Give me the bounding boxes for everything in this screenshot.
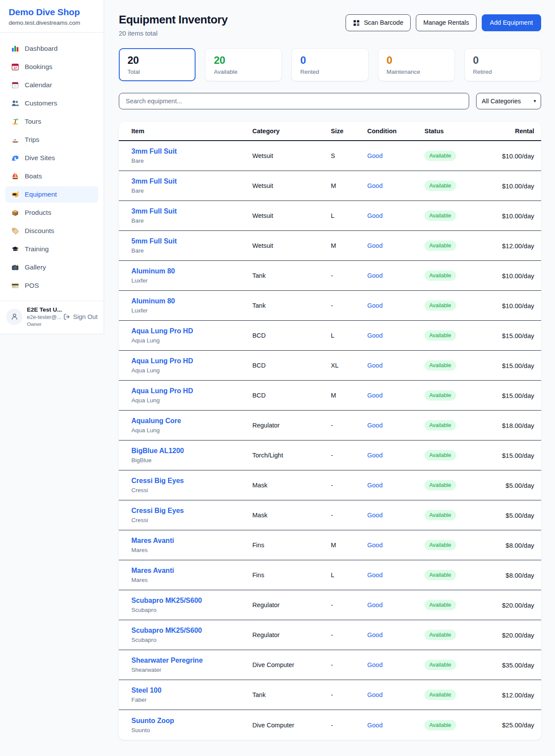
- item-link[interactable]: Cressi Big Eyes: [131, 507, 252, 515]
- item-link[interactable]: Cressi Big Eyes: [131, 477, 252, 485]
- sidebar-item[interactable]: Dive Sites: [5, 150, 98, 166]
- scan-barcode-label: Scan Barcode: [364, 19, 403, 26]
- item-link[interactable]: 5mm Full Suit: [131, 237, 252, 245]
- category-cell: Torch/Light: [252, 452, 331, 459]
- category-cell: Wetsuit: [252, 182, 331, 189]
- condition-link[interactable]: Good: [367, 302, 382, 309]
- rental-cell: $10.00/day: [486, 152, 534, 160]
- user-email: e2e-tester@...: [27, 314, 59, 320]
- condition-link[interactable]: Good: [367, 661, 382, 668]
- sidebar-item[interactable]: Tours: [5, 113, 98, 130]
- sidebar-item[interactable]: Boats: [5, 168, 98, 184]
- condition-link[interactable]: Good: [367, 212, 382, 219]
- item-link[interactable]: 3mm Full Suit: [131, 177, 252, 185]
- stat-card[interactable]: 0 Rented: [291, 48, 368, 81]
- condition-link[interactable]: Good: [367, 272, 382, 279]
- user-name: E2E Test U...: [27, 306, 59, 313]
- item-brand: Aqua Lung: [131, 397, 252, 404]
- sidebar-item[interactable]: Discounts: [5, 223, 98, 239]
- table-row: Suunto Zoop Suunto Dive Computer - Good …: [119, 710, 541, 740]
- condition-cell: Good: [367, 182, 424, 190]
- status-cell: Available: [424, 390, 486, 401]
- status-badge: Available: [424, 540, 456, 550]
- sidebar-item[interactable]: POS: [5, 277, 98, 294]
- sign-out-button[interactable]: Sign Out: [63, 313, 98, 320]
- status-cell: Available: [424, 270, 486, 281]
- condition-link[interactable]: Good: [367, 691, 382, 698]
- condition-link[interactable]: Good: [367, 422, 382, 429]
- add-equipment-button[interactable]: Add Equipment: [482, 14, 541, 31]
- condition-link[interactable]: Good: [367, 722, 382, 729]
- category-cell: Tank: [252, 272, 331, 279]
- condition-link[interactable]: Good: [367, 572, 382, 579]
- rental-cell: $20.00/day: [486, 631, 534, 639]
- manage-rentals-button[interactable]: Manage Rentals: [416, 14, 477, 31]
- condition-link[interactable]: Good: [367, 152, 382, 159]
- item-link[interactable]: Scubapro MK25/S600: [131, 627, 252, 634]
- sidebar-item[interactable]: Gallery: [5, 259, 98, 276]
- item-brand: Bare: [131, 187, 252, 194]
- stat-card[interactable]: 0 Maintenance: [378, 48, 455, 81]
- sidebar-item[interactable]: Bookings: [5, 59, 98, 75]
- category-filter[interactable]: All Categories: [476, 93, 541, 109]
- item-link[interactable]: Mares Avanti: [131, 567, 252, 575]
- item-link[interactable]: Shearwater Peregrine: [131, 657, 252, 664]
- sidebar-item[interactable]: Calendar: [5, 77, 98, 93]
- rental-cell: $5.00/day: [486, 482, 534, 489]
- item-link[interactable]: Steel 100: [131, 687, 252, 694]
- item-link[interactable]: Mares Avanti: [131, 537, 252, 545]
- status-cell: Available: [424, 540, 486, 550]
- condition-link[interactable]: Good: [367, 182, 382, 189]
- item-link[interactable]: Aqualung Core: [131, 417, 252, 425]
- rental-cell: $15.00/day: [486, 452, 534, 459]
- item-link[interactable]: Aqua Lung Pro HD: [131, 357, 252, 365]
- condition-link[interactable]: Good: [367, 512, 382, 519]
- item-link[interactable]: Scubapro MK25/S600: [131, 597, 252, 605]
- condition-link[interactable]: Good: [367, 242, 382, 249]
- condition-link[interactable]: Good: [367, 602, 382, 608]
- condition-link[interactable]: Good: [367, 332, 382, 339]
- sidebar-item-label: Training: [25, 245, 49, 253]
- stat-card[interactable]: 20 Available: [205, 48, 282, 81]
- scan-barcode-button[interactable]: Scan Barcode: [346, 14, 411, 31]
- rental-cell: $15.00/day: [486, 332, 534, 339]
- table-row: 3mm Full Suit Bare Wetsuit L Good Availa…: [119, 201, 541, 231]
- stat-label: Total: [127, 69, 187, 75]
- item-link[interactable]: Aqua Lung Pro HD: [131, 327, 252, 335]
- tag-icon: [11, 227, 19, 235]
- page-title: Equipment Inventory: [119, 13, 228, 26]
- stat-card[interactable]: 20 Total: [119, 48, 196, 81]
- col-rental: Rental: [486, 128, 534, 135]
- item-link[interactable]: Suunto Zoop: [131, 717, 252, 725]
- item-link[interactable]: 3mm Full Suit: [131, 148, 252, 155]
- condition-link[interactable]: Good: [367, 452, 382, 459]
- category-cell: Fins: [252, 542, 331, 549]
- sidebar-item[interactable]: Equipment: [5, 186, 98, 203]
- item-link[interactable]: Aluminum 80: [131, 297, 252, 305]
- sidebar-item[interactable]: Dashboard: [5, 40, 98, 57]
- sidebar-item-label: Trips: [25, 136, 39, 144]
- sidebar-item-label: Dive Sites: [25, 154, 55, 162]
- status-cell: Available: [424, 420, 486, 431]
- search-input[interactable]: [119, 93, 469, 109]
- sidebar-item[interactable]: Customers: [5, 95, 98, 112]
- sidebar-item[interactable]: Trips: [5, 131, 98, 148]
- item-cell: 3mm Full Suit Bare: [131, 177, 252, 194]
- item-link[interactable]: BigBlue AL1200: [131, 447, 252, 455]
- item-link[interactable]: Aluminum 80: [131, 267, 252, 275]
- item-cell: Shearwater Peregrine Shearwater: [131, 657, 252, 673]
- condition-cell: Good: [367, 451, 424, 459]
- table-row: Mares Avanti Mares Fins M Good Available…: [119, 530, 541, 560]
- condition-link[interactable]: Good: [367, 392, 382, 399]
- sidebar-item[interactable]: Training: [5, 241, 98, 257]
- condition-link[interactable]: Good: [367, 482, 382, 489]
- item-link[interactable]: 3mm Full Suit: [131, 207, 252, 215]
- sidebar-item[interactable]: Products: [5, 204, 98, 221]
- condition-link[interactable]: Good: [367, 362, 382, 369]
- status-badge: Available: [424, 570, 456, 580]
- item-link[interactable]: Aqua Lung Pro HD: [131, 387, 252, 395]
- item-brand: Suunto: [131, 727, 252, 733]
- condition-link[interactable]: Good: [367, 542, 382, 549]
- condition-link[interactable]: Good: [367, 631, 382, 638]
- stat-card[interactable]: 0 Retired: [464, 48, 541, 81]
